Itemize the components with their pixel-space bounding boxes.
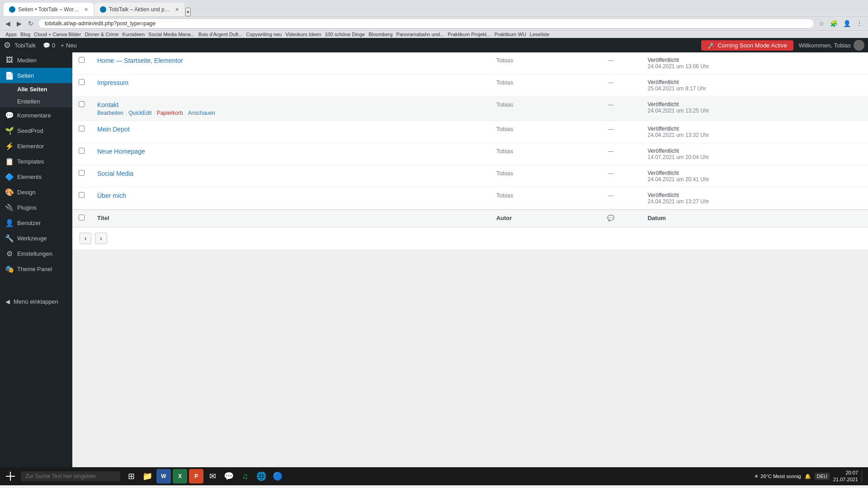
start-button[interactable] (4, 469, 17, 483)
star-icon[interactable]: ☆ (817, 19, 826, 28)
row-checkbox-neue-homepage[interactable] (72, 143, 91, 165)
browser-tab-1[interactable]: Seiten • TobiTalk – WordPress ✕ (4, 3, 94, 16)
action-bearbeiten[interactable]: Bearbeiten (97, 110, 123, 116)
row-checkbox-kontakt[interactable] (72, 97, 91, 121)
teams-icon[interactable]: 💬 (222, 469, 236, 483)
checkbox-home[interactable] (79, 57, 85, 63)
sidebar-item-theme-panel[interactable]: 🎭 Theme Panel (0, 261, 72, 277)
bookmark-social[interactable]: Social Media Mana... (148, 32, 195, 37)
new-content-button[interactable]: + Neu (61, 42, 76, 49)
sidebar-item-einstellungen[interactable]: ⚙ Einstellungen (0, 246, 72, 261)
show-desktop-button[interactable] (862, 470, 864, 483)
sidebar-collapse-button[interactable]: ◀ Menü einklappen (0, 295, 72, 309)
action-anschauen[interactable]: Anschauen (188, 110, 215, 116)
reload-button[interactable]: ↻ (26, 19, 35, 28)
bookmark-100[interactable]: 100 schöne Dinge (325, 32, 365, 37)
page-link-impressum[interactable]: Impressum (97, 79, 128, 86)
address-bar[interactable] (38, 19, 814, 28)
footer-checkbox[interactable] (72, 210, 91, 227)
checkbox-kontakt[interactable] (79, 101, 85, 107)
word-icon[interactable]: W (156, 469, 171, 483)
site-name[interactable]: TobiTalk (14, 42, 36, 49)
forward-button[interactable]: ▶ (15, 19, 24, 28)
checkbox-ueber-mich[interactable] (79, 192, 85, 198)
row-checkbox-impressum[interactable] (72, 75, 91, 97)
extensions-icon[interactable]: 🧩 (828, 19, 840, 28)
sidebar-item-kommentare[interactable]: 💬 Kommentare (0, 108, 72, 123)
edge-icon[interactable]: 🌐 (254, 469, 269, 483)
tab-close-2[interactable]: ✕ (175, 7, 179, 13)
page-link-social-media[interactable]: Social Media (97, 170, 133, 177)
sidebar-item-elementor[interactable]: ⚡ Elementor (0, 138, 72, 154)
mail-icon[interactable]: ✉ (205, 469, 220, 483)
page-link-depot[interactable]: Mein Depot (97, 126, 130, 133)
profile-icon[interactable]: 👤 (841, 19, 853, 28)
chrome-icon[interactable]: 🔵 (270, 469, 285, 483)
footer-select-all[interactable] (79, 215, 85, 221)
taskview-icon[interactable]: ⊞ (124, 469, 138, 483)
page-link-neue-homepage[interactable]: Neue Homepage (97, 148, 145, 155)
sidebar-item-werkzeuge[interactable]: 🔧 Werkzeuge (0, 230, 72, 246)
bookmark-apps[interactable]: Apps (5, 32, 17, 37)
page-link-ueber-mich[interactable]: Über mich (97, 192, 126, 199)
submenu-erstellen[interactable]: Erstellen (0, 95, 72, 108)
checkbox-impressum[interactable] (79, 79, 85, 85)
user-avatar[interactable] (854, 40, 864, 51)
bookmark-bloomberg[interactable]: Bloomberg (368, 32, 392, 37)
row-checkbox-social-media[interactable] (72, 165, 91, 188)
row-checkbox-home[interactable] (72, 52, 91, 75)
spotify-icon[interactable]: ♫ (238, 469, 252, 483)
excel-icon[interactable]: X (173, 469, 187, 483)
bookmark-praktikum2[interactable]: Praktikum WU (495, 32, 526, 37)
checkbox-neue-homepage[interactable] (79, 148, 85, 154)
browser-tab-2[interactable]: TobiTalk – Aktien und persönlich… ✕ (94, 3, 184, 16)
weather-widget[interactable]: ☀ 26°C Meist sonnig (754, 474, 801, 479)
bookmark-kursideen[interactable]: Kursideen (123, 32, 145, 37)
tab-close-1[interactable]: ✕ (84, 7, 88, 13)
windows-logo-icon (6, 472, 15, 481)
bookmark-videokurs[interactable]: Videokurs Ideen (285, 32, 321, 37)
clock[interactable]: 20:07 21.07.2021 (833, 469, 858, 483)
bookmark-dinner[interactable]: Dinner & Crime (85, 32, 118, 37)
sidebar-item-medien[interactable]: 🖼 Medien (0, 52, 72, 68)
pagination-prev[interactable]: ‹ (80, 233, 91, 244)
bookmark-praktikum1[interactable]: Praktikum Projekt... (448, 32, 491, 37)
sidebar-item-benutzer[interactable]: 👤 Benutzer (0, 215, 72, 230)
page-link-kontakt[interactable]: Kontakt (97, 101, 118, 108)
sidebar-item-templates[interactable]: 📋 Templates (0, 154, 72, 169)
back-button[interactable]: ◀ (4, 19, 12, 28)
row-comments-kontakt: — (580, 97, 641, 121)
bookmark-bois[interactable]: Bois d'Argent Duft... (198, 32, 242, 37)
bookmark-blog[interactable]: Blog (20, 32, 30, 37)
system-tray: ☀ 26°C Meist sonnig 🔔 DEU 20:07 21.07.20… (754, 469, 864, 483)
wp-logo-icon[interactable]: ⚙ (4, 40, 11, 50)
row-checkbox-ueber-mich[interactable] (72, 188, 91, 210)
menu-icon[interactable]: ⋮ (854, 19, 864, 28)
sidebar-item-plugins[interactable]: 🔌 Plugins (0, 200, 72, 215)
submenu-alle-seiten[interactable]: Alle Seiten (0, 83, 72, 95)
language-indicator[interactable]: DEU (815, 473, 830, 480)
powerpoint-icon[interactable]: P (189, 469, 203, 483)
bookmark-canva[interactable]: Cloud + Canva Bilder (34, 32, 81, 37)
coming-soon-badge[interactable]: 🚀 Coming Soon Mode Active (701, 40, 793, 51)
pagination-next[interactable]: › (95, 233, 107, 244)
row-title-depot: Mein Depot (91, 121, 490, 143)
sidebar-item-design[interactable]: 🎨 Design (0, 184, 72, 200)
checkbox-depot[interactable] (79, 126, 85, 131)
bookmark-copywriting[interactable]: Copywriting neu (246, 32, 282, 37)
comments-button[interactable]: 💬 0 (43, 42, 55, 49)
taskbar-search[interactable] (21, 471, 120, 481)
explorer-icon[interactable]: 📁 (140, 469, 155, 483)
checkbox-social-media[interactable] (79, 170, 85, 176)
action-papierkorb[interactable]: Papierkorb (157, 110, 183, 116)
row-checkbox-depot[interactable] (72, 121, 91, 143)
page-link-home[interactable]: Home — Startseite, Elementor (97, 57, 183, 64)
sidebar-item-elements[interactable]: 🔷 Elements (0, 169, 72, 184)
sidebar-item-seiten[interactable]: 📄 Seiten (0, 68, 72, 83)
new-tab-button[interactable]: + (185, 8, 191, 16)
action-quickedit[interactable]: QuickEdit (128, 110, 151, 116)
bookmark-panorama[interactable]: Panoramabahn und... (396, 32, 444, 37)
sidebar-item-seedprod[interactable]: 🌱 SeedProd (0, 123, 72, 138)
bookmark-leseliste[interactable]: Leseliste (530, 32, 549, 37)
notification-icon[interactable]: 🔔 (805, 474, 811, 479)
